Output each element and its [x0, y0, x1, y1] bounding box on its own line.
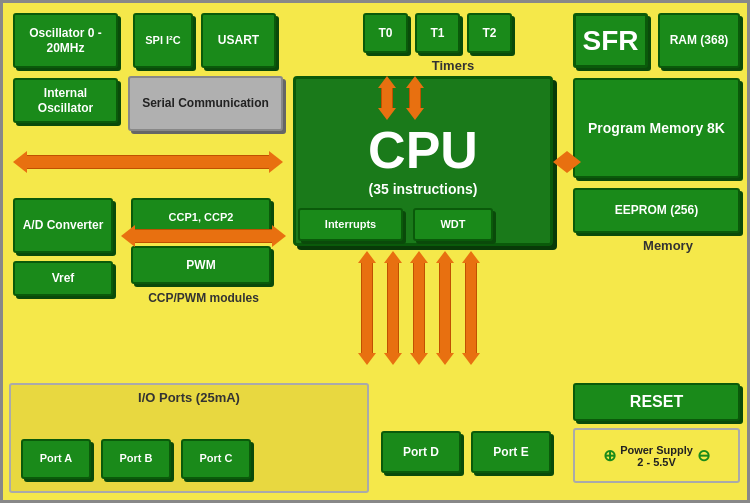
io-arrow-2: [384, 251, 402, 365]
eeprom-block: EEPROM (256): [573, 188, 740, 233]
serial-comm-block: Serial Communication: [128, 76, 283, 131]
io-ports-label: I/O Ports (25mA): [11, 390, 367, 405]
wdt-block: WDT: [413, 208, 493, 241]
pwm-block: PWM: [131, 246, 271, 284]
timer-cpu-arrows: [378, 76, 424, 120]
power-text: Power Supply 2 - 5.5V: [620, 444, 693, 468]
ad-cpu-arrow: [121, 225, 286, 247]
program-memory-block: Program Memory 8K: [573, 78, 740, 178]
io-arrow-1: [358, 251, 376, 365]
oscillator-block: Oscillator 0 - 20MHz: [13, 13, 118, 68]
interrupts-block: Interrupts: [298, 208, 403, 241]
power-supply-block: ⊕ Power Supply 2 - 5.5V ⊖: [573, 428, 740, 483]
timer-arrow-2: [406, 76, 424, 120]
cpu-label: CPU: [368, 124, 478, 176]
ad-converter-block: A/D Converter: [13, 198, 113, 253]
t1-block: T1: [415, 13, 460, 53]
cpu-io-arrows: [358, 251, 480, 365]
port-d-block: Port D: [381, 431, 461, 473]
port-b-block: Port B: [101, 439, 171, 479]
ram-block: RAM (368): [658, 13, 740, 68]
timers-label: Timers: [378, 58, 528, 73]
memory-label: Memory: [603, 238, 733, 253]
io-arrow-3: [410, 251, 428, 365]
vref-block: Vref: [13, 261, 113, 296]
port-c-block: Port C: [181, 439, 251, 479]
timer-arrow-1: [378, 76, 396, 120]
port-a-block: Port A: [21, 439, 91, 479]
port-e-block: Port E: [471, 431, 551, 473]
sfr-block: SFR: [573, 13, 648, 68]
minus-icon: ⊖: [697, 446, 710, 465]
cpu-sublabel: (35 instructions): [369, 180, 478, 198]
plus-icon: ⊕: [603, 446, 616, 465]
io-section: I/O Ports (25mA) Port A Port B Port C: [9, 383, 369, 493]
t2-block: T2: [467, 13, 512, 53]
io-arrow-4: [436, 251, 454, 365]
main-board: Oscillator 0 - 20MHz Internal Oscillator…: [0, 0, 750, 503]
spi-block: SPI I²C: [133, 13, 193, 68]
cpu-memory-arrow-h: [553, 151, 568, 173]
main-bus-arrow-h: [13, 151, 283, 173]
io-arrow-5: [462, 251, 480, 365]
reset-block: RESET: [573, 383, 740, 421]
internal-oscillator-block: Internal Oscillator: [13, 78, 118, 123]
t0-block: T0: [363, 13, 408, 53]
usart-block: USART: [201, 13, 276, 68]
ccp-modules-label: CCP/PWM modules: [131, 291, 276, 305]
